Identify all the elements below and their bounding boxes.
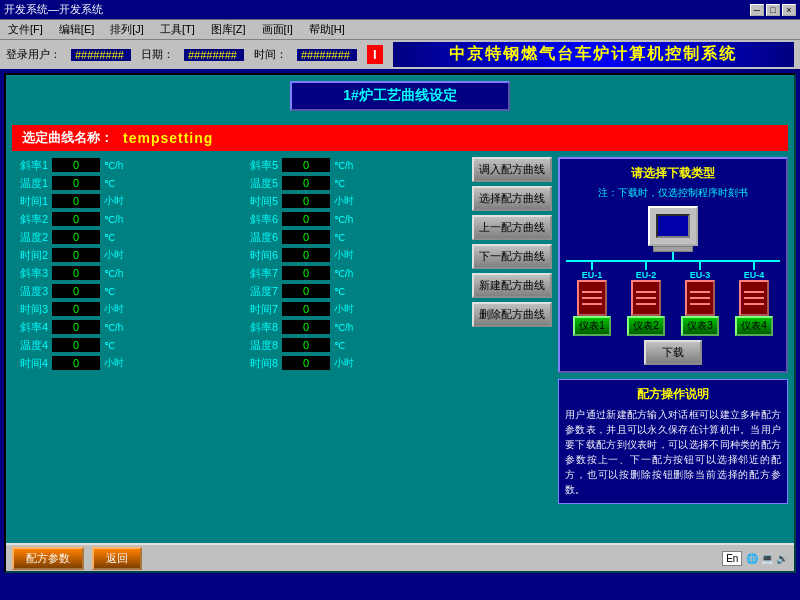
action-btn-3[interactable]: 下一配方曲线: [472, 244, 552, 269]
param-input-col2-container-6[interactable]: [281, 265, 331, 281]
param-input-col1-container-6[interactable]: [51, 265, 101, 281]
eu-device-col-0: EU-1仪表1: [573, 262, 611, 336]
param-input-col2-container-0[interactable]: [281, 157, 331, 173]
menu-item-工具[interactable]: 工具[T]: [156, 21, 199, 38]
param-input-col1-container-0[interactable]: [51, 157, 101, 173]
download-btn-row: 下载: [566, 340, 780, 365]
param-input-col1-container-9[interactable]: [51, 319, 101, 335]
eu-box-line: [582, 303, 602, 305]
param-unit-11: 小时: [104, 356, 134, 370]
action-btn-2[interactable]: 上一配方曲线: [472, 215, 552, 240]
right-panel: 请选择下载类型 注：下载时，仅选控制程序时刻书: [558, 157, 788, 504]
return-button[interactable]: 返回: [92, 547, 142, 570]
param-input-col2-container-7[interactable]: [281, 283, 331, 299]
param-input-col2-container-2[interactable]: [281, 193, 331, 209]
param-row-col1-container-0: 斜率1℃/h: [12, 157, 236, 173]
menu-item-排列[interactable]: 排列[J]: [106, 21, 148, 38]
param-label-7: 温度3: [12, 284, 48, 299]
language-indicator: En: [722, 551, 742, 566]
param-input-col1-container-1[interactable]: [51, 175, 101, 191]
param-row-col1-container-7: 温度3℃: [12, 283, 236, 299]
eu-v-line-2: [699, 262, 701, 270]
param-input-col1-container-8[interactable]: [51, 301, 101, 317]
param-row-col2-container-2: 时间5小时: [242, 193, 466, 209]
param-input-col1-container-4[interactable]: [51, 229, 101, 245]
param-row-col2-container-0: 斜率5℃/h: [242, 157, 466, 173]
info-bar: 登录用户： ######## 日期： ######## 时间： ########…: [0, 40, 800, 69]
eu-box-line: [690, 303, 710, 305]
param-input-col1-container-7[interactable]: [51, 283, 101, 299]
user-value: ########: [71, 49, 131, 61]
instrument-button-1[interactable]: 仪表2: [627, 316, 665, 336]
param-input-col2-container-3[interactable]: [281, 211, 331, 227]
param-row-col1-container-1: 温度1℃: [12, 175, 236, 191]
download-button[interactable]: 下载: [644, 340, 702, 365]
menu-item-文件[interactable]: 文件[F]: [4, 21, 47, 38]
eu-v-line-1: [645, 262, 647, 270]
download-subtitle: 注：下载时，仅选控制程序时刻书: [566, 186, 780, 200]
action-btn-4[interactable]: 新建配方曲线: [472, 273, 552, 298]
params-col1: 斜率1℃/h温度1℃时间1小时斜率2℃/h温度2℃时间2小时斜率3℃/h温度3℃…: [12, 157, 236, 504]
eu-box-line: [636, 291, 656, 293]
param-row-col1-container-2: 时间1小时: [12, 193, 236, 209]
param-label-8: 时间7: [242, 302, 278, 317]
param-input-col1-container-11[interactable]: [51, 355, 101, 371]
action-btn-1[interactable]: 选择配方曲线: [472, 186, 552, 211]
user-label: 登录用户：: [6, 47, 61, 62]
param-input-col1-container-5[interactable]: [51, 247, 101, 263]
params-col2: 斜率5℃/h温度5℃时间5小时斜率6℃/h温度6℃时间6小时斜率7℃/h温度7℃…: [242, 157, 466, 504]
param-input-col1-container-2[interactable]: [51, 193, 101, 209]
page-title: 1#炉工艺曲线设定: [290, 81, 510, 111]
bottom-right: En 🌐 💻 🔊: [722, 551, 788, 566]
eu-box-line: [636, 297, 656, 299]
param-row-col2-container-9: 斜率8℃/h: [242, 319, 466, 335]
param-input-col2-container-8[interactable]: [281, 301, 331, 317]
maximize-button[interactable]: □: [766, 4, 780, 16]
eu-box-line: [582, 291, 602, 293]
menu-item-图库[interactable]: 图库[Z]: [207, 21, 250, 38]
eu-label-1: EU-2: [636, 270, 657, 280]
param-row-col2-container-10: 温度8℃: [242, 337, 466, 353]
param-input-col2-container-9[interactable]: [281, 319, 331, 335]
minimize-button[interactable]: ─: [750, 4, 764, 16]
param-row-col2-container-6: 斜率7℃/h: [242, 265, 466, 281]
param-unit-5: 小时: [334, 248, 364, 262]
eu-box-line: [744, 297, 764, 299]
param-label-1: 温度5: [242, 176, 278, 191]
eu-box-1: [631, 280, 661, 316]
param-row-col1-container-11: 时间4小时: [12, 355, 236, 371]
param-row-col2-container-4: 温度6℃: [242, 229, 466, 245]
action-btn-0[interactable]: 调入配方曲线: [472, 157, 552, 182]
desc-text: 用户通过新建配方输入对话框可以建立多种配方参数表，并且可以永久保存在计算机中。当…: [565, 407, 781, 497]
param-row-col1-container-4: 温度2℃: [12, 229, 236, 245]
param-unit-10: ℃: [104, 340, 134, 351]
param-input-col1-container-10[interactable]: [51, 337, 101, 353]
param-input-col2-container-4[interactable]: [281, 229, 331, 245]
param-input-col2-container-1[interactable]: [281, 175, 331, 191]
instrument-button-3[interactable]: 仪表4: [735, 316, 773, 336]
menu-item-画面[interactable]: 画面[I]: [258, 21, 297, 38]
instrument-button-0[interactable]: 仪表1: [573, 316, 611, 336]
menu-item-编辑[interactable]: 编辑[E]: [55, 21, 98, 38]
close-button[interactable]: ×: [782, 4, 796, 16]
param-label-8: 时间3: [12, 302, 48, 317]
param-unit-3: ℃/h: [104, 214, 134, 225]
instrument-button-2[interactable]: 仪表3: [681, 316, 719, 336]
menu-item-帮助[interactable]: 帮助[H]: [305, 21, 349, 38]
param-input-col2-container-11[interactable]: [281, 355, 331, 371]
eu-box-line: [636, 303, 656, 305]
action-btn-5[interactable]: 删除配方曲线: [472, 302, 552, 327]
param-unit-1: ℃: [104, 178, 134, 189]
param-unit-10: ℃: [334, 340, 364, 351]
param-label-5: 时间2: [12, 248, 48, 263]
eu-label-3: EU-4: [744, 270, 765, 280]
param-input-col1-container-3[interactable]: [51, 211, 101, 227]
param-input-col2-container-10[interactable]: [281, 337, 331, 353]
param-label-3: 斜率6: [242, 212, 278, 227]
eu-box-2: [685, 280, 715, 316]
param-label-4: 温度2: [12, 230, 48, 245]
param-input-col2-container-5[interactable]: [281, 247, 331, 263]
eu-box-line: [582, 297, 602, 299]
eu-label-0: EU-1: [582, 270, 603, 280]
params-button[interactable]: 配方参数: [12, 547, 84, 570]
